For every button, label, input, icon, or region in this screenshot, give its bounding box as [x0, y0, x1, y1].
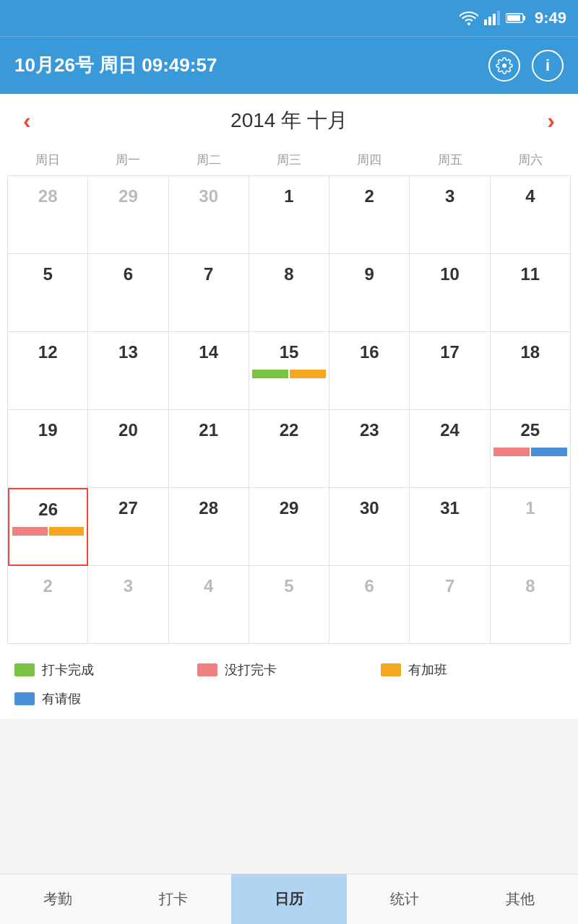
table-row[interactable]: 21: [169, 410, 249, 488]
table-row[interactable]: 3: [410, 176, 490, 254]
status-icons: 9:49: [460, 9, 566, 27]
day-header-mon: 周一: [87, 147, 168, 175]
table-row[interactable]: 13: [88, 332, 168, 410]
table-row[interactable]: 7: [169, 254, 249, 332]
table-row[interactable]: 11: [491, 254, 571, 332]
next-month-button[interactable]: ›: [541, 108, 561, 134]
svg-rect-3: [497, 11, 500, 25]
table-row[interactable]: 3: [88, 566, 168, 644]
table-row[interactable]: 6: [88, 254, 168, 332]
nav-label-calendar: 日历: [275, 889, 303, 909]
legend-label-complete: 打卡完成: [42, 661, 94, 679]
table-row[interactable]: 24: [410, 410, 490, 488]
table-row[interactable]: 17: [410, 332, 490, 410]
signal-icon: [484, 11, 500, 25]
table-row[interactable]: 2: [8, 566, 88, 644]
status-time: 9:49: [535, 9, 566, 27]
nav-item-calendar[interactable]: 日历: [231, 874, 347, 924]
svg-rect-6: [507, 15, 520, 21]
table-row[interactable]: 30: [169, 176, 249, 254]
table-row[interactable]: 22: [249, 410, 329, 488]
wifi-icon: [460, 11, 478, 25]
table-row[interactable]: 7: [410, 566, 490, 644]
indicator-green: [252, 370, 288, 378]
nav-item-checkin[interactable]: 打卡: [116, 874, 231, 924]
bottom-nav: 考勤 打卡 日历 统计 其他: [0, 873, 578, 924]
table-row[interactable]: 23: [329, 410, 410, 488]
table-row[interactable]: 20: [88, 410, 168, 488]
legend-label-leave: 有请假: [42, 690, 81, 707]
month-nav: ‹ 2014 年 十月 ›: [0, 94, 578, 147]
calendar-container: ‹ 2014 年 十月 › 周日 周一 周二 周三 周四 周五 周六 28 29…: [0, 94, 578, 644]
table-row[interactable]: 27: [88, 488, 168, 566]
table-row[interactable]: 12: [8, 332, 88, 410]
indicator-pink: [493, 448, 530, 456]
indicator-orange: [290, 370, 326, 378]
table-row[interactable]: 29: [249, 488, 329, 566]
info-button[interactable]: i: [532, 50, 564, 82]
info-icon: i: [545, 56, 550, 75]
legend-item-overtime: 有加班: [381, 661, 564, 679]
table-row[interactable]: 5: [8, 254, 88, 332]
header-title: 10月26号 周日 09:49:57: [14, 53, 217, 78]
table-row[interactable]: 19: [8, 410, 88, 488]
indicator-pink: [12, 527, 48, 536]
header-icons: i: [488, 50, 564, 82]
month-title: 2014 年 十月: [230, 107, 348, 134]
table-row[interactable]: 4: [169, 566, 249, 644]
legend-item-leave: 有请假: [14, 690, 197, 707]
gear-icon: [496, 57, 513, 74]
indicator-blue: [531, 448, 567, 456]
table-row[interactable]: 14: [169, 332, 249, 410]
app-header: 10月26号 周日 09:49:57 i: [0, 36, 578, 94]
table-row[interactable]: 4: [491, 176, 571, 254]
table-row[interactable]: 25: [491, 410, 571, 488]
table-row[interactable]: 28: [8, 176, 88, 254]
table-row[interactable]: 1: [491, 488, 571, 566]
day-header-sat: 周六: [491, 147, 571, 175]
cell-indicators: [12, 527, 84, 536]
table-row[interactable]: 10: [410, 254, 490, 332]
legend: 打卡完成 没打完卡 有加班 有请假: [0, 644, 578, 719]
table-row[interactable]: 30: [329, 488, 410, 566]
legend-color-leave: [14, 692, 35, 705]
nav-item-other[interactable]: 其他: [462, 874, 578, 924]
table-row[interactable]: 31: [410, 488, 490, 566]
legend-color-complete: [14, 663, 35, 676]
legend-item-complete: 打卡完成: [14, 661, 197, 679]
day-header-sun: 周日: [7, 147, 87, 175]
svg-point-7: [502, 64, 506, 68]
indicator-orange: [49, 527, 85, 536]
table-row[interactable]: 29: [88, 176, 168, 254]
prev-month-button[interactable]: ‹: [17, 108, 37, 134]
table-row[interactable]: 28: [169, 488, 249, 566]
table-row-today[interactable]: 26: [8, 488, 88, 566]
table-row[interactable]: 5: [249, 566, 329, 644]
legend-color-overtime: [381, 663, 401, 676]
nav-label-stats: 统计: [390, 889, 419, 909]
day-header-thu: 周四: [329, 147, 410, 175]
nav-label-attendance: 考勤: [43, 889, 72, 909]
status-bar: 9:49: [0, 0, 578, 36]
table-row[interactable]: 1: [249, 176, 329, 254]
table-row[interactable]: 2: [329, 176, 410, 254]
cell-indicators: [252, 370, 326, 378]
day-headers: 周日 周一 周二 周三 周四 周五 周六: [0, 147, 578, 175]
cell-indicators: [493, 448, 567, 456]
table-row[interactable]: 16: [329, 332, 410, 410]
nav-label-checkin: 打卡: [159, 889, 188, 909]
legend-item-incomplete: 没打完卡: [197, 661, 380, 679]
table-row[interactable]: 18: [491, 332, 571, 410]
settings-button[interactable]: [488, 50, 520, 82]
table-row[interactable]: 8: [249, 254, 329, 332]
table-row[interactable]: 9: [329, 254, 410, 332]
nav-item-attendance[interactable]: 考勤: [0, 874, 116, 924]
table-row[interactable]: 15: [249, 332, 329, 410]
day-header-fri: 周五: [410, 147, 490, 175]
table-row[interactable]: 6: [329, 566, 410, 644]
svg-rect-5: [523, 16, 525, 20]
svg-rect-0: [484, 19, 487, 25]
table-row[interactable]: 8: [491, 566, 571, 644]
nav-item-stats[interactable]: 统计: [347, 874, 462, 924]
legend-color-incomplete: [197, 663, 217, 676]
